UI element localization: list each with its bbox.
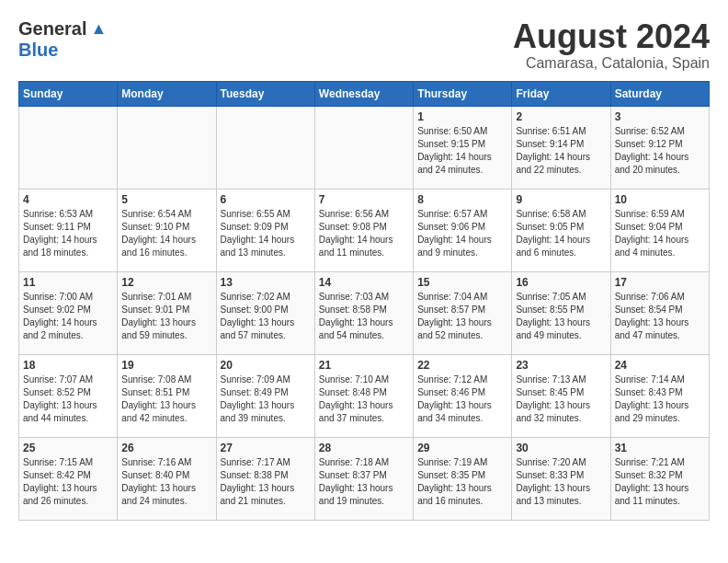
calendar-cell: 1Sunrise: 6:50 AM Sunset: 9:15 PM Daylig… bbox=[414, 106, 512, 189]
day-number: 12 bbox=[121, 276, 211, 289]
logo: General ▲ Blue bbox=[18, 18, 107, 61]
day-info: Sunrise: 7:16 AM Sunset: 8:40 PM Dayligh… bbox=[121, 456, 211, 508]
calendar-cell: 4Sunrise: 6:53 AM Sunset: 9:11 PM Daylig… bbox=[19, 189, 118, 271]
day-number: 6 bbox=[221, 193, 311, 206]
day-info: Sunrise: 6:52 AM Sunset: 9:12 PM Dayligh… bbox=[615, 125, 705, 177]
calendar-cell: 30Sunrise: 7:20 AM Sunset: 8:33 PM Dayli… bbox=[512, 437, 610, 520]
calendar-cell: 31Sunrise: 7:21 AM Sunset: 8:32 PM Dayli… bbox=[610, 437, 709, 520]
day-of-week-header: Wednesday bbox=[314, 81, 413, 106]
day-info: Sunrise: 6:58 AM Sunset: 9:05 PM Dayligh… bbox=[516, 208, 606, 259]
day-info: Sunrise: 7:08 AM Sunset: 8:51 PM Dayligh… bbox=[121, 373, 211, 425]
day-number: 23 bbox=[516, 359, 606, 372]
calendar-cell: 19Sunrise: 7:08 AM Sunset: 8:51 PM Dayli… bbox=[118, 354, 216, 437]
day-number: 27 bbox=[221, 442, 311, 454]
calendar-body: 1Sunrise: 6:50 AM Sunset: 9:15 PM Daylig… bbox=[19, 106, 710, 520]
calendar-cell: 20Sunrise: 7:09 AM Sunset: 8:49 PM Dayli… bbox=[216, 354, 314, 437]
day-of-week-header: Monday bbox=[118, 81, 216, 106]
day-info: Sunrise: 7:20 AM Sunset: 8:33 PM Dayligh… bbox=[516, 456, 606, 508]
day-info: Sunrise: 6:51 AM Sunset: 9:14 PM Dayligh… bbox=[516, 125, 606, 177]
calendar-week-row: 18Sunrise: 7:07 AM Sunset: 8:52 PM Dayli… bbox=[19, 354, 710, 437]
logo-text-general: General bbox=[18, 18, 86, 40]
calendar-cell bbox=[19, 106, 118, 189]
calendar-cell: 23Sunrise: 7:13 AM Sunset: 8:45 PM Dayli… bbox=[512, 354, 610, 437]
calendar-cell: 6Sunrise: 6:55 AM Sunset: 9:09 PM Daylig… bbox=[216, 189, 314, 271]
day-number: 22 bbox=[417, 359, 507, 372]
day-number: 30 bbox=[516, 442, 606, 454]
calendar-cell: 9Sunrise: 6:58 AM Sunset: 9:05 PM Daylig… bbox=[512, 189, 610, 271]
day-number: 15 bbox=[417, 276, 507, 289]
logo-text-blue: Blue bbox=[18, 40, 58, 61]
calendar-cell: 10Sunrise: 6:59 AM Sunset: 9:04 PM Dayli… bbox=[610, 189, 709, 271]
calendar-cell: 26Sunrise: 7:16 AM Sunset: 8:40 PM Dayli… bbox=[118, 437, 216, 520]
calendar-cell: 28Sunrise: 7:18 AM Sunset: 8:37 PM Dayli… bbox=[314, 437, 413, 520]
header-row: SundayMondayTuesdayWednesdayThursdayFrid… bbox=[19, 81, 710, 106]
calendar-cell: 24Sunrise: 7:14 AM Sunset: 8:43 PM Dayli… bbox=[610, 354, 709, 437]
calendar-header: SundayMondayTuesdayWednesdayThursdayFrid… bbox=[19, 81, 710, 106]
subtitle: Camarasa, Catalonia, Spain bbox=[513, 55, 710, 72]
day-number: 7 bbox=[319, 193, 409, 206]
day-info: Sunrise: 6:50 AM Sunset: 9:15 PM Dayligh… bbox=[417, 125, 507, 177]
day-number: 9 bbox=[516, 193, 606, 206]
day-info: Sunrise: 7:15 AM Sunset: 8:42 PM Dayligh… bbox=[23, 456, 113, 508]
calendar-cell: 25Sunrise: 7:15 AM Sunset: 8:42 PM Dayli… bbox=[19, 437, 118, 520]
main-title: August 2024 bbox=[513, 18, 710, 55]
day-number: 5 bbox=[121, 193, 211, 206]
calendar-cell: 15Sunrise: 7:04 AM Sunset: 8:57 PM Dayli… bbox=[414, 271, 512, 354]
calendar-cell: 21Sunrise: 7:10 AM Sunset: 8:48 PM Dayli… bbox=[314, 354, 413, 437]
day-info: Sunrise: 7:02 AM Sunset: 9:00 PM Dayligh… bbox=[221, 291, 311, 342]
day-number: 29 bbox=[417, 442, 507, 454]
day-number: 13 bbox=[221, 276, 311, 289]
day-info: Sunrise: 7:09 AM Sunset: 8:49 PM Dayligh… bbox=[221, 373, 311, 425]
day-info: Sunrise: 7:12 AM Sunset: 8:46 PM Dayligh… bbox=[417, 373, 507, 425]
calendar-week-row: 1Sunrise: 6:50 AM Sunset: 9:15 PM Daylig… bbox=[19, 106, 710, 189]
day-info: Sunrise: 7:14 AM Sunset: 8:43 PM Dayligh… bbox=[615, 373, 705, 425]
day-info: Sunrise: 7:10 AM Sunset: 8:48 PM Dayligh… bbox=[319, 373, 409, 425]
day-info: Sunrise: 7:04 AM Sunset: 8:57 PM Dayligh… bbox=[417, 291, 507, 342]
day-number: 8 bbox=[417, 193, 507, 206]
day-of-week-header: Saturday bbox=[610, 81, 709, 106]
day-info: Sunrise: 7:18 AM Sunset: 8:37 PM Dayligh… bbox=[319, 456, 409, 508]
calendar-cell: 3Sunrise: 6:52 AM Sunset: 9:12 PM Daylig… bbox=[610, 106, 709, 189]
calendar-week-row: 25Sunrise: 7:15 AM Sunset: 8:42 PM Dayli… bbox=[19, 437, 710, 520]
calendar-cell: 14Sunrise: 7:03 AM Sunset: 8:58 PM Dayli… bbox=[314, 271, 413, 354]
day-number: 17 bbox=[615, 276, 705, 289]
day-number: 21 bbox=[319, 359, 409, 372]
title-block: August 2024 Camarasa, Catalonia, Spain bbox=[513, 18, 710, 72]
day-info: Sunrise: 7:13 AM Sunset: 8:45 PM Dayligh… bbox=[516, 373, 606, 425]
day-of-week-header: Thursday bbox=[414, 81, 512, 106]
day-info: Sunrise: 7:00 AM Sunset: 9:02 PM Dayligh… bbox=[23, 291, 113, 342]
day-of-week-header: Tuesday bbox=[216, 81, 314, 106]
day-number: 20 bbox=[221, 359, 311, 372]
page-header: General ▲ Blue August 2024 Camarasa, Cat… bbox=[18, 18, 710, 72]
day-number: 25 bbox=[23, 442, 113, 454]
calendar-cell: 13Sunrise: 7:02 AM Sunset: 9:00 PM Dayli… bbox=[216, 271, 314, 354]
day-info: Sunrise: 7:05 AM Sunset: 8:55 PM Dayligh… bbox=[516, 291, 606, 342]
day-info: Sunrise: 6:53 AM Sunset: 9:11 PM Dayligh… bbox=[23, 208, 113, 259]
day-number: 11 bbox=[23, 276, 113, 289]
day-number: 16 bbox=[516, 276, 606, 289]
calendar-cell bbox=[118, 106, 216, 189]
day-info: Sunrise: 7:06 AM Sunset: 8:54 PM Dayligh… bbox=[615, 291, 705, 342]
calendar-cell: 5Sunrise: 6:54 AM Sunset: 9:10 PM Daylig… bbox=[118, 189, 216, 271]
calendar-week-row: 11Sunrise: 7:00 AM Sunset: 9:02 PM Dayli… bbox=[19, 271, 710, 354]
day-info: Sunrise: 7:03 AM Sunset: 8:58 PM Dayligh… bbox=[319, 291, 409, 342]
day-of-week-header: Sunday bbox=[19, 81, 118, 106]
day-info: Sunrise: 7:19 AM Sunset: 8:35 PM Dayligh… bbox=[417, 456, 507, 508]
logo-bird-icon: ▲ bbox=[90, 19, 107, 39]
day-info: Sunrise: 7:07 AM Sunset: 8:52 PM Dayligh… bbox=[23, 373, 113, 425]
day-number: 14 bbox=[319, 276, 409, 289]
calendar-cell: 27Sunrise: 7:17 AM Sunset: 8:38 PM Dayli… bbox=[216, 437, 314, 520]
calendar-cell: 11Sunrise: 7:00 AM Sunset: 9:02 PM Dayli… bbox=[19, 271, 118, 354]
day-info: Sunrise: 7:21 AM Sunset: 8:32 PM Dayligh… bbox=[615, 456, 705, 508]
calendar-cell: 8Sunrise: 6:57 AM Sunset: 9:06 PM Daylig… bbox=[414, 189, 512, 271]
day-number: 26 bbox=[121, 442, 211, 454]
day-info: Sunrise: 6:57 AM Sunset: 9:06 PM Dayligh… bbox=[417, 208, 507, 259]
day-number: 31 bbox=[615, 442, 705, 454]
calendar-cell: 16Sunrise: 7:05 AM Sunset: 8:55 PM Dayli… bbox=[512, 271, 610, 354]
day-number: 3 bbox=[615, 110, 705, 123]
day-number: 24 bbox=[615, 359, 705, 372]
day-number: 1 bbox=[417, 110, 507, 123]
day-number: 28 bbox=[319, 442, 409, 454]
day-info: Sunrise: 6:55 AM Sunset: 9:09 PM Dayligh… bbox=[221, 208, 311, 259]
day-info: Sunrise: 6:56 AM Sunset: 9:08 PM Dayligh… bbox=[319, 208, 409, 259]
